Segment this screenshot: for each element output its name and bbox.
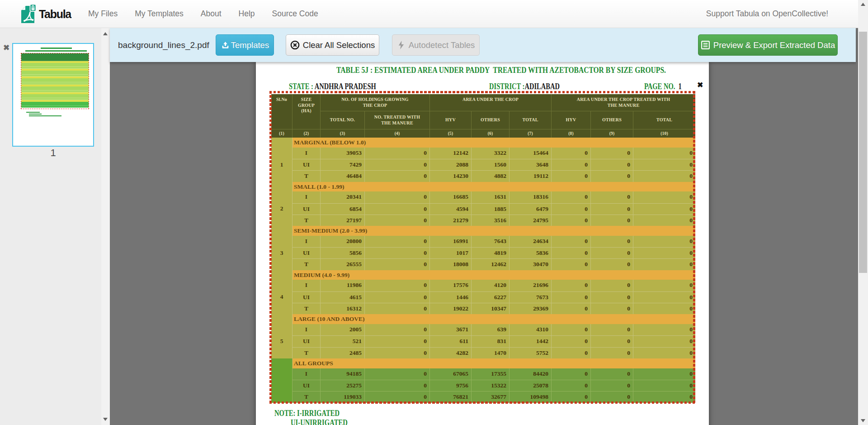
table-value-cell: 0: [633, 236, 695, 247]
scroll-up-icon[interactable]: [861, 3, 865, 6]
scroll-down-icon[interactable]: [861, 419, 865, 422]
table-value-cell: 46484: [320, 171, 364, 181]
selection-close-icon[interactable]: ✖: [697, 81, 703, 89]
table-rowlabel-cell: UI: [292, 204, 320, 215]
thumb-group-rows: [21, 63, 89, 69]
table-value-cell: 0: [551, 348, 590, 358]
selection-border-right[interactable]: [693, 91, 695, 403]
table-data-row: I11986017576412021696000: [292, 280, 695, 291]
table-data-row: UI74290208815603648000: [292, 159, 695, 170]
brand-title[interactable]: Tabula: [39, 8, 71, 21]
pdf-table-title: TABLE 5J : ESTIMATED AREA UNDER PADDY TR…: [336, 65, 666, 75]
table-value-cell: 0: [551, 191, 590, 203]
table-group-band: MARGINAL (BELOW 1.0): [292, 138, 695, 148]
nav-link[interactable]: Help: [230, 9, 264, 19]
table-value-cell: 0: [590, 280, 633, 291]
thumbnail-page-number: 1: [12, 147, 94, 159]
table-rowlabel-cell: I: [292, 191, 320, 203]
table-group: 1MARGINAL (BELOW 1.0)I390530121423322154…: [271, 138, 695, 182]
window-scrollbar[interactable]: [858, 0, 868, 425]
table-value-cell: 0: [633, 292, 695, 303]
nav-link[interactable]: Source Code: [264, 9, 327, 19]
table-value-cell: 109498: [509, 392, 551, 402]
table-header-cell: TOTAL: [509, 111, 551, 129]
remove-page-icon[interactable]: ✖: [3, 43, 9, 53]
table-value-cell: 831: [471, 336, 509, 347]
table-rowlabel-cell: UI: [292, 336, 320, 347]
templates-button[interactable]: Templates: [216, 34, 274, 56]
page-thumbnail[interactable]: [12, 43, 94, 147]
nav-link[interactable]: My Files: [80, 9, 126, 19]
table-value-cell: 94185: [320, 368, 364, 380]
thumb-note-line: [29, 114, 42, 115]
table-rowlabel-cell: UI: [292, 159, 320, 170]
table-value-cell: 25078: [509, 380, 551, 391]
table-value-cell: 21279: [429, 215, 471, 226]
table-value-cell: 17355: [471, 368, 509, 380]
preview-export-button[interactable]: Preview & Export Extracted Data: [698, 34, 838, 56]
tabula-logo-icon: [21, 3, 36, 25]
selection-border-left[interactable]: [269, 91, 272, 403]
pdf-note-1: NOTE: I-IRRIGATED: [274, 408, 340, 418]
table-header-cell: (9): [590, 129, 633, 138]
nav-link[interactable]: About: [192, 9, 230, 19]
support-link[interactable]: Support Tabula on OpenCollective!: [706, 0, 828, 28]
selection-border-bottom[interactable]: [269, 401, 695, 404]
table-value-cell: 0: [364, 324, 429, 335]
table-value-cell: 0: [364, 191, 429, 203]
sidebar: ✖ 1: [0, 28, 101, 425]
table-value-cell: 0: [551, 292, 590, 303]
table-header-cell: (3): [320, 129, 364, 138]
table-value-cell: 18008: [429, 259, 471, 270]
table-value-cell: 12462: [471, 259, 509, 270]
table-header-cell: HYV: [552, 111, 590, 129]
table-value-cell: 1470: [471, 348, 509, 358]
table-group-band: MEDIUM (4.0 - 9.99): [292, 270, 695, 280]
nav-link[interactable]: My Templates: [126, 9, 192, 19]
table-value-cell: 26555: [320, 259, 364, 270]
table-value-cell: 0: [590, 324, 633, 335]
table-value-cell: 2485: [320, 348, 364, 358]
brand[interactable]: Tabula: [21, 4, 71, 24]
selection-border-top[interactable]: [269, 91, 695, 93]
scroll-down-icon[interactable]: [103, 418, 108, 421]
table-data-row: I39053012142332215464000: [292, 148, 695, 159]
table-value-cell: 30470: [509, 259, 551, 270]
table-value-cell: 0: [590, 159, 633, 170]
table-value-cell: 0: [590, 259, 633, 270]
table-value-cell: 76821: [429, 392, 471, 402]
table-value-cell: 0: [364, 336, 429, 347]
table-value-cell: 1442: [509, 336, 551, 347]
table-value-cell: 5856: [320, 248, 364, 258]
sidebar-scrollbar[interactable]: [101, 28, 110, 425]
table-value-cell: 15322: [471, 380, 509, 391]
table-value-cell: 5836: [509, 248, 551, 258]
table-header-cell: Sl.No: [271, 94, 292, 129]
table-value-cell: 3648: [509, 159, 551, 170]
table-header-cell: (5): [429, 129, 471, 138]
table-rowlabel-cell: UI: [292, 380, 320, 391]
table-rowlabel-cell: UI: [292, 248, 320, 258]
table-value-cell: 0: [590, 336, 633, 347]
table-value-cell: 0: [633, 248, 695, 258]
clear-all-selections-button[interactable]: Clear All Selections: [286, 34, 379, 56]
table-value-cell: 0: [590, 171, 633, 181]
table-value-cell: 0: [590, 368, 633, 380]
table-value-cell: 5752: [509, 348, 551, 358]
pdf-state-line: STATE : ANDHRA PRADESH: [289, 81, 376, 91]
table-value-cell: 1017: [429, 248, 471, 258]
table-data-row: UI58560101748195836000: [292, 247, 695, 258]
autodetect-tables-button[interactable]: Autodetect Tables: [392, 34, 480, 56]
table-value-cell: 39053: [320, 148, 364, 159]
pdf-page[interactable]: TABLE 5J : ESTIMATED AREA UNDER PADDY TR…: [256, 62, 709, 425]
table-slno-cell: [271, 358, 292, 403]
thumb-group-rows: [21, 94, 89, 100]
scroll-up-icon[interactable]: [103, 32, 108, 35]
table-rowlabel-cell: UI: [292, 292, 320, 303]
scrollbar-thumb[interactable]: [859, 32, 867, 273]
table-value-cell: 0: [551, 380, 590, 391]
table-value-cell: 0: [551, 248, 590, 258]
nav-item-source-code: Source Code: [264, 9, 327, 19]
table-value-cell: 4120: [471, 280, 509, 291]
table-value-cell: 27197: [320, 215, 364, 226]
